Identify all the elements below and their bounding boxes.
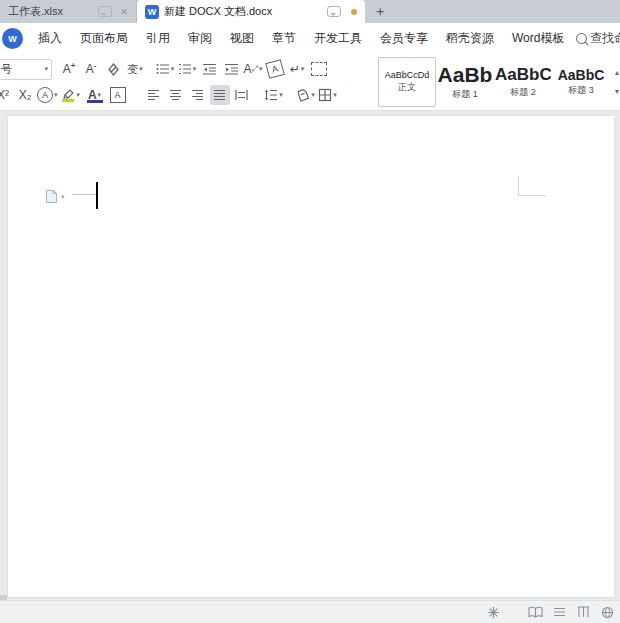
status-bar — [0, 600, 620, 623]
style-normal[interactable]: AaBbCcDd 正文 — [378, 57, 436, 107]
menu-view[interactable]: 视图 — [221, 30, 263, 47]
font-color-button[interactable]: A ▾ — [84, 85, 106, 105]
decrease-indent-button[interactable] — [199, 59, 219, 79]
chevron-down-icon: ▾ — [171, 65, 175, 73]
menu-docer[interactable]: 稻壳资源 — [437, 30, 503, 47]
line-spacing-button[interactable]: ▾ — [264, 85, 284, 105]
wrap-mark-button[interactable]: ↵ ▾ — [287, 59, 307, 79]
ribbon-toolbar: 号 ▾ A+ A- 变 ▾ ▾ — [0, 54, 620, 111]
circled-character-button[interactable]: A ▾ — [37, 85, 58, 105]
search-icon — [576, 33, 587, 44]
window-tab-bar: 工作表.xlsx ✕ W 新建 DOCX 文档.docx ＋ — [0, 0, 620, 23]
menu-review[interactable]: 审阅 — [179, 30, 221, 47]
increase-font-size-button[interactable]: A+ — [59, 59, 79, 79]
menu-page-layout[interactable]: 页面布局 — [71, 30, 137, 47]
style-heading-1[interactable]: AaBb 标题 1 — [436, 57, 494, 107]
page-icon — [45, 189, 58, 204]
chevron-down-icon: ▾ — [139, 65, 143, 73]
word-doc-icon: W — [145, 5, 159, 19]
styles-gallery-scroll: ▲ ▼ — [610, 57, 620, 107]
paragraph-layout-button[interactable] — [309, 59, 329, 79]
chevron-down-icon: ▾ — [76, 91, 80, 99]
margin-mark-top-right — [518, 176, 519, 196]
text-caret — [96, 182, 98, 209]
text-direction-button[interactable]: A — [265, 59, 285, 79]
comment-bubble-icon — [327, 6, 341, 17]
justify-button[interactable] — [210, 85, 230, 105]
chevron-down-icon: ▾ — [61, 193, 65, 201]
tab-title: 工作表.xlsx — [8, 4, 94, 19]
scroll-down-icon[interactable]: ▼ — [614, 88, 620, 95]
tab-worksheet[interactable]: 工作表.xlsx ✕ — [0, 0, 137, 23]
toolbar-row-font: 号 ▾ A+ A- 变 ▾ ▾ — [0, 57, 372, 81]
chevron-down-icon: ▾ — [279, 91, 283, 99]
character-shading-button[interactable]: A — [108, 85, 128, 105]
scroll-up-icon[interactable]: ▲ — [614, 69, 620, 76]
style-heading-3[interactable]: AaBbC 标题 3 — [552, 57, 610, 107]
wps-main-menu-button[interactable]: W — [2, 28, 23, 49]
character-scale-button[interactable]: A⤢ ▾ — [243, 59, 263, 79]
eye-protection-icon[interactable] — [484, 604, 502, 620]
shading-color-button[interactable]: ▾ — [296, 85, 316, 105]
align-left-button[interactable] — [144, 85, 164, 105]
menu-section[interactable]: 章节 — [263, 30, 305, 47]
wps-writer-window: 工作表.xlsx ✕ W 新建 DOCX 文档.docx ＋ W 插入 页面布局… — [0, 0, 620, 623]
close-tab-icon[interactable]: ✕ — [120, 7, 128, 17]
unsaved-dot-icon — [351, 9, 357, 15]
style-heading-2[interactable]: AaBbC 标题 2 — [494, 57, 552, 107]
document-workspace[interactable]: ▾ — [0, 111, 620, 601]
tab-title: 新建 DOCX 文档.docx — [164, 4, 323, 19]
increase-indent-button[interactable] — [221, 59, 241, 79]
page-options-button[interactable]: ▾ — [45, 189, 65, 204]
document-page[interactable]: ▾ — [8, 116, 614, 597]
distribute-text-button[interactable] — [232, 85, 252, 105]
chevron-down-icon: ▾ — [333, 91, 337, 99]
borders-button[interactable]: ▾ — [318, 85, 338, 105]
format-tools: 号 ▾ A+ A- 变 ▾ ▾ — [0, 54, 372, 110]
page-view-icon[interactable] — [574, 604, 592, 620]
subscript-button[interactable]: X₂ — [15, 85, 35, 105]
margin-mark-top-left — [72, 194, 96, 195]
menu-dev-tools[interactable]: 开发工具 — [305, 30, 371, 47]
comment-bubble-icon — [98, 6, 112, 17]
outline-view-icon[interactable] — [550, 604, 568, 620]
font-size-value: 号 — [1, 62, 12, 77]
menu-insert[interactable]: 插入 — [29, 30, 71, 47]
align-right-button[interactable] — [188, 85, 208, 105]
chevron-down-icon: ▾ — [311, 91, 315, 99]
read-mode-icon[interactable] — [526, 604, 544, 620]
margin-mark-top-right — [518, 195, 546, 196]
menu-references[interactable]: 引用 — [137, 30, 179, 47]
chevron-down-icon: ▾ — [259, 65, 263, 73]
chevron-down-icon: ▾ — [98, 91, 102, 99]
find-command-label: 查找命 — [590, 30, 620, 47]
tab-document[interactable]: W 新建 DOCX 文档.docx — [137, 0, 365, 23]
chevron-down-icon: ▾ — [44, 65, 48, 73]
find-command-button[interactable]: 查找命 — [576, 30, 620, 47]
font-size-combobox[interactable]: 号 ▾ — [0, 59, 52, 80]
numbered-list-button[interactable]: ▾ — [177, 59, 197, 79]
decrease-font-size-button[interactable]: A- — [81, 59, 101, 79]
highlight-color-button[interactable]: ▾ — [60, 85, 82, 105]
new-tab-button[interactable]: ＋ — [365, 0, 395, 23]
chevron-down-icon: ▾ — [301, 65, 305, 73]
ribbon-menu-bar: W 插入 页面布局 引用 审阅 视图 章节 开发工具 会员专享 稻壳资源 Wor… — [0, 23, 620, 54]
menu-word-template[interactable]: Word模板 — [503, 30, 573, 47]
text-tools-button[interactable]: 变 ▾ — [125, 59, 145, 79]
web-view-icon[interactable] — [598, 604, 616, 620]
superscript-button[interactable]: X² — [0, 85, 13, 105]
menu-member[interactable]: 会员专享 — [371, 30, 437, 47]
toolbar-row-paragraph: X² X₂ A ▾ ▾ A ▾ A — [0, 83, 372, 107]
chevron-down-icon: ▾ — [54, 91, 58, 99]
styles-gallery: AaBbCcDd 正文 AaBb 标题 1 AaBbC 标题 2 AaBbC 标… — [376, 54, 620, 110]
chevron-down-icon: ▾ — [193, 65, 197, 73]
align-center-button[interactable] — [166, 85, 186, 105]
clear-format-icon[interactable] — [103, 59, 123, 79]
bullet-list-button[interactable]: ▾ — [155, 59, 175, 79]
